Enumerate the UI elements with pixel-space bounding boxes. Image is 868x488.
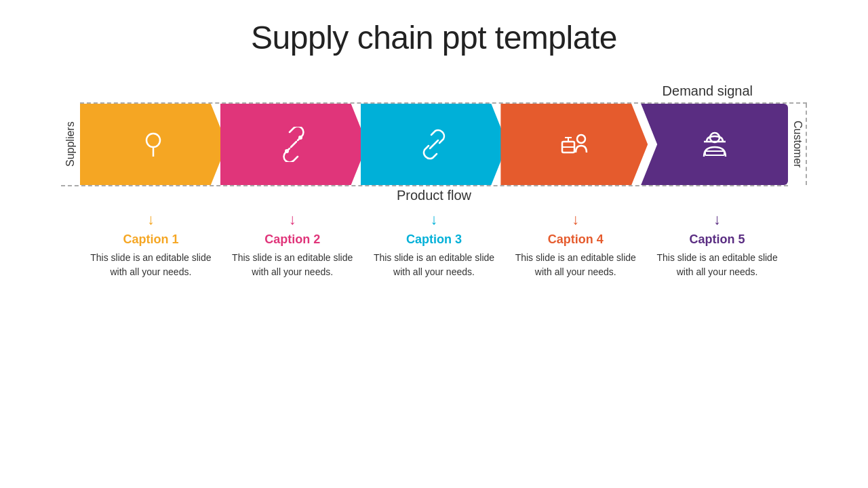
caption-text-3: This slide is an editable slide with all… bbox=[368, 251, 501, 279]
caption-item-3: ↓ Caption 3 This slide is an editable sl… bbox=[363, 211, 505, 279]
icon-2 bbox=[276, 127, 311, 162]
caption-title-3: Caption 3 bbox=[406, 232, 462, 247]
product-flow-label: Product flow bbox=[397, 188, 471, 203]
caption-title-1: Caption 1 bbox=[123, 232, 178, 247]
arrow-segment-1 bbox=[80, 104, 227, 185]
demand-signal-label: Demand signal bbox=[663, 83, 753, 99]
svg-point-8 bbox=[577, 135, 585, 143]
caption-item-5: ↓ Caption 5 This slide is an editable sl… bbox=[646, 211, 788, 279]
icon-5 bbox=[697, 127, 732, 162]
caption-text-5: This slide is an editable slide with all… bbox=[650, 251, 784, 279]
customer-label: Customer bbox=[788, 104, 807, 185]
caption-title-4: Caption 4 bbox=[548, 232, 604, 247]
icon-4 bbox=[557, 127, 592, 162]
main-content: Demand signal Suppliers bbox=[0, 83, 868, 279]
caption-text-4: This slide is an editable slide with all… bbox=[509, 251, 642, 279]
suppliers-label: Suppliers bbox=[61, 104, 80, 185]
icon-3 bbox=[416, 127, 452, 162]
caption-arrow-4: ↓ bbox=[572, 211, 579, 228]
svg-line-5 bbox=[430, 140, 438, 148]
caption-arrow-2: ↓ bbox=[289, 211, 296, 228]
arrow-segment-5 bbox=[641, 104, 788, 185]
caption-item-4: ↓ Caption 4 This slide is an editable sl… bbox=[505, 211, 646, 279]
caption-text-2: This slide is an editable slide with all… bbox=[226, 251, 359, 279]
svg-point-4 bbox=[299, 136, 302, 139]
caption-title-5: Caption 5 bbox=[690, 232, 745, 247]
caption-text-1: This slide is an editable slide with all… bbox=[84, 251, 218, 279]
page-title: Supply chain ppt template bbox=[251, 19, 617, 56]
caption-arrow-3: ↓ bbox=[430, 211, 437, 228]
caption-arrow-1: ↓ bbox=[147, 211, 155, 228]
svg-line-2 bbox=[291, 142, 296, 147]
svg-point-3 bbox=[285, 150, 288, 152]
arrow-segment-3 bbox=[361, 104, 508, 185]
icon-1 bbox=[136, 127, 171, 162]
arrow-segment-2 bbox=[220, 104, 368, 185]
border-wrapper: Demand signal Suppliers bbox=[61, 83, 807, 279]
caption-arrow-5: ↓ bbox=[713, 211, 721, 228]
caption-item-2: ↓ Caption 2 This slide is an editable sl… bbox=[222, 211, 363, 279]
arrow-segment-4 bbox=[500, 104, 648, 185]
svg-point-0 bbox=[146, 134, 160, 147]
svg-rect-14 bbox=[705, 151, 724, 155]
caption-item-1: ↓ Caption 1 This slide is an editable sl… bbox=[80, 211, 222, 279]
caption-title-2: Caption 2 bbox=[264, 232, 320, 247]
